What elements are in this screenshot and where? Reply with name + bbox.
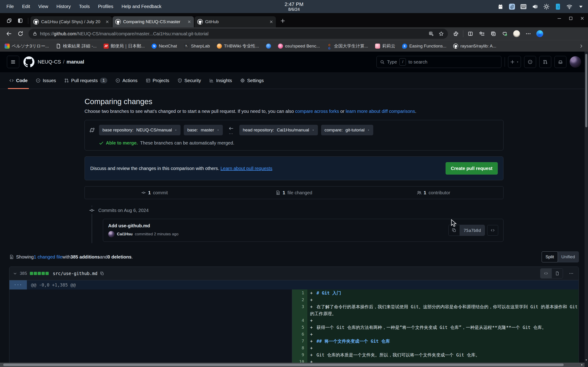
copy-path-icon[interactable] (100, 272, 104, 275)
vertical-scrollbar[interactable] (585, 52, 588, 363)
source-view-button[interactable] (540, 269, 552, 278)
address-bar[interactable]: https://github.com/NEUQ-CS/manual/compar… (28, 29, 448, 39)
menu-item[interactable]: View (38, 4, 48, 9)
line-number[interactable]: 4 (292, 317, 307, 324)
repo-nav-tab[interactable]: Settings (236, 72, 268, 89)
bookmark-item[interactable]: N NextChat (152, 44, 177, 49)
new-tab-button[interactable] (280, 18, 285, 23)
bookmark-item[interactable]: ?. SharpLab (184, 44, 210, 49)
menu-item[interactable]: Help and Feedback (121, 4, 161, 9)
stat-item[interactable]: 1 file changed (224, 186, 363, 199)
stat-item[interactable]: 1 commit (85, 186, 224, 199)
unified-view-button[interactable]: Unified (558, 252, 579, 262)
expand-hunk-button[interactable]: ··· (9, 280, 27, 290)
horizontal-scrollbar-thumb[interactable] (3, 364, 564, 366)
inbox-button[interactable] (554, 56, 566, 68)
bookmark-item[interactable]: 莉莉云 (375, 43, 395, 49)
caret-s[interactable] (578, 4, 584, 10)
diff-added-line[interactable]: 2 + (292, 296, 579, 303)
scroll-right-arrow-icon[interactable] (581, 364, 583, 366)
workspaces-icon[interactable] (6, 18, 12, 23)
more-bookmarks-icon[interactable] (579, 44, 583, 48)
bookmark-item[interactable] (266, 44, 271, 49)
copilot-icon[interactable] (536, 30, 543, 37)
diff-added-line[interactable]: 3 +在了解了命令行的基本操作后，我们来尝试使用 Git。这部分的内容是命令和原… (292, 303, 579, 317)
repo-nav-tab[interactable]: Pull requests 1 (60, 72, 111, 89)
menu-item[interactable]: Profiles (98, 4, 113, 9)
learn-about-pull-requests-link[interactable]: Learn about pull requests (221, 166, 272, 171)
base-branch-selector[interactable]: base: master (184, 125, 223, 135)
pull-requests-button[interactable] (539, 56, 551, 68)
compare-across-forks-link[interactable]: compare across forks (295, 109, 339, 114)
keyboard[interactable] (520, 4, 527, 10)
tab-actions-icon[interactable] (17, 18, 23, 23)
sidebar-apps-icon[interactable] (429, 31, 434, 36)
diff-added-line[interactable]: 1 +# Git 入门 (292, 290, 579, 296)
browser-profile-avatar[interactable] (513, 30, 520, 37)
bookmark-item[interactable]: ペルソナ3リロー... (5, 43, 49, 49)
stat-item[interactable]: 1 contributor (364, 186, 503, 199)
commit-sha-link[interactable]: 75a7b8d (460, 225, 485, 236)
user-avatar[interactable] (570, 56, 581, 68)
menu-item[interactable]: Tools (79, 4, 90, 9)
diff-comparisons-link[interactable]: learn more about diff comparisons (346, 109, 415, 114)
browser-essentials-icon[interactable] (502, 31, 508, 36)
line-number[interactable]: 5 (292, 324, 307, 331)
maximize-button[interactable] (569, 16, 573, 20)
line-number[interactable]: 3 (292, 303, 307, 317)
scroll-down-arrow-icon[interactable] (585, 359, 588, 361)
minimize-button[interactable] (557, 16, 561, 20)
browser-tab[interactable]: Cai1Hsu (Caiyi Shyu) / July 20 (31, 16, 112, 27)
diff-added-line[interactable]: 6 + (292, 331, 579, 338)
repo-nav-tab[interactable]: Insights (205, 72, 236, 89)
commit-author-link[interactable]: Cai1Hsu (117, 232, 132, 236)
bookmark-item[interactable]: osu!speed Benc... (278, 44, 320, 49)
create-pull-request-button[interactable]: Create pull request (446, 162, 498, 175)
bookmark-item[interactable]: CG 全国大学生计算... (327, 43, 368, 49)
split-view-button[interactable]: Split (542, 251, 558, 262)
browse-code-button[interactable] (487, 225, 498, 236)
diff-added-line[interactable]: 8 + (292, 344, 579, 351)
line-number[interactable]: 8 (292, 344, 307, 351)
browser-tab[interactable]: GitHub (195, 16, 276, 27)
repo-owner-link[interactable]: NEUQ-CS (38, 59, 61, 65)
paperclip[interactable] (509, 4, 515, 10)
github-logo[interactable] (23, 56, 35, 67)
line-number[interactable]: 1 (292, 290, 307, 296)
menu-item[interactable]: History (57, 4, 71, 9)
phone[interactable]: :) (555, 4, 561, 10)
bookmark-star-icon[interactable] (439, 31, 444, 36)
diff-added-line[interactable]: 9 +Git 仓库的本质是一个文件夹。所以，我们可以将一个文件夹变成一个 Git… (292, 351, 579, 358)
line-number[interactable]: 6 (292, 331, 307, 338)
issues-button[interactable] (524, 56, 536, 68)
brightness[interactable] (544, 4, 549, 10)
global-search-input[interactable]: Type / to search (376, 56, 502, 68)
browser-menu-icon[interactable] (526, 31, 531, 36)
repo-name-link[interactable]: manual (67, 59, 84, 65)
browser-tab[interactable]: Comparing NEUQ-CS:master (112, 16, 194, 27)
file-options-icon[interactable] (569, 271, 573, 276)
repo-nav-tab[interactable]: Security (173, 72, 205, 89)
commit-author-avatar[interactable] (108, 231, 115, 237)
horizontal-scrollbar[interactable] (0, 363, 585, 367)
bookmark-item[interactable]: 検索結果 詳細 -... (56, 43, 97, 49)
bookmark-item[interactable]: THBWiki·专业性... (217, 43, 259, 49)
repo-nav-tab[interactable]: Issues (32, 72, 60, 89)
tab-close-icon[interactable] (105, 20, 109, 24)
bookmark-item[interactable]: JP 郵便局｜日本郵... (104, 43, 145, 49)
diff-added-line[interactable]: 4 + (292, 317, 579, 324)
global-nav-menu-button[interactable] (7, 56, 19, 68)
base-repository-selector[interactable]: base repository: NEUQ-CS/manual (99, 125, 181, 135)
tab-close-icon[interactable] (187, 20, 191, 24)
file-path[interactable]: src/use-github.md (53, 271, 97, 276)
collapse-file-icon[interactable] (13, 272, 17, 275)
repo-nav-tab[interactable]: Actions (111, 72, 142, 89)
cat[interactable] (498, 4, 503, 10)
favorites-icon[interactable] (479, 31, 485, 36)
lock-icon[interactable] (33, 31, 37, 36)
diff-added-line[interactable]: 7 +## 将一个文件夹变成一个 Git 仓库 (292, 338, 579, 344)
wifi[interactable] (566, 4, 572, 10)
compare-branch-selector[interactable]: compare: git-tutorial (321, 125, 373, 135)
changed-file-link[interactable]: 1 changed file (34, 254, 62, 260)
repo-nav-tab[interactable]: Code (5, 72, 32, 89)
